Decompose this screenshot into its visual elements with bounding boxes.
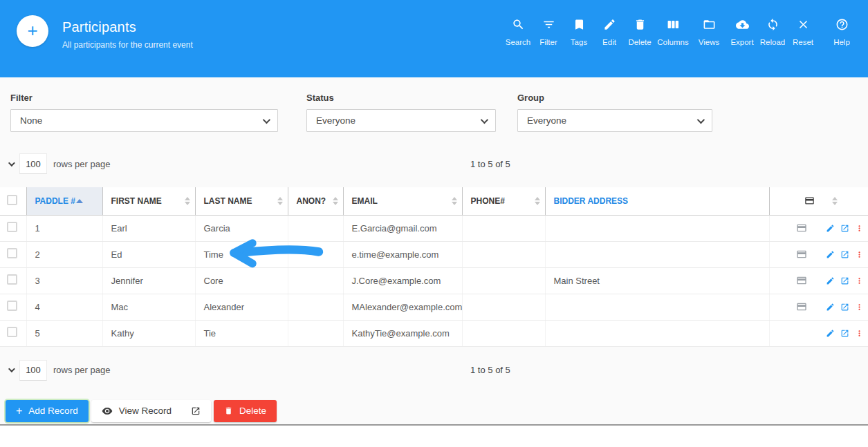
toolbar-delete[interactable]: Delete bbox=[625, 18, 655, 46]
column-label: FIRST NAME bbox=[111, 196, 162, 206]
table-row[interactable]: 1 Earl Garcia E.Garcia@gmail.com bbox=[0, 215, 868, 241]
pencil-icon[interactable] bbox=[826, 303, 835, 312]
row-checkbox[interactable] bbox=[7, 274, 17, 285]
column-header-paddle[interactable]: PADDLE # bbox=[26, 187, 102, 215]
more-vert-icon[interactable] bbox=[855, 224, 864, 233]
column-header-anon[interactable]: ANON? bbox=[288, 187, 343, 215]
toolbar-reload[interactable]: Reload bbox=[757, 18, 788, 46]
cell-email: E.Garcia@gmail.com bbox=[343, 215, 462, 241]
more-vert-icon[interactable] bbox=[855, 276, 864, 285]
pencil-icon[interactable] bbox=[826, 329, 835, 338]
column-header-phone[interactable]: PHONE# bbox=[462, 187, 545, 215]
rows-per-page-label: rows per page bbox=[53, 365, 110, 375]
cell-paddle: 4 bbox=[26, 294, 102, 320]
open-in-new-icon[interactable] bbox=[840, 224, 849, 233]
toolbar-label: Views bbox=[699, 38, 719, 46]
credit-card-icon bbox=[804, 196, 815, 206]
columns-icon bbox=[667, 18, 680, 31]
toolbar-export[interactable]: Export bbox=[727, 18, 757, 46]
toolbar-reset[interactable]: Reset bbox=[788, 18, 818, 46]
add-record-button[interactable]: + Add Record bbox=[6, 400, 89, 422]
group-select[interactable]: Everyone bbox=[517, 109, 712, 132]
open-in-new-icon[interactable] bbox=[840, 329, 849, 338]
cell-phone bbox=[462, 267, 545, 294]
cell-email: e.time@example.com bbox=[343, 241, 462, 267]
select-all-checkbox[interactable] bbox=[7, 195, 17, 205]
open-in-new-icon[interactable] bbox=[840, 250, 849, 259]
column-header-bidder-address[interactable]: BIDDER ADDRESS bbox=[545, 187, 769, 215]
status-select[interactable]: Everyone bbox=[306, 109, 496, 132]
credit-card-icon[interactable] bbox=[796, 301, 807, 312]
credit-card-icon[interactable] bbox=[796, 275, 807, 286]
delete-button[interactable]: Delete bbox=[214, 400, 277, 422]
rows-per-page-select[interactable]: 100 bbox=[19, 360, 47, 381]
cell-actions bbox=[769, 320, 868, 346]
column-label: EMAIL bbox=[352, 196, 378, 206]
cell-email: MAlexander@example.com bbox=[343, 294, 462, 320]
column-header-first-name[interactable]: FIRST NAME bbox=[102, 187, 195, 215]
column-label: LAST NAME bbox=[204, 196, 252, 206]
table-header-row: PADDLE # FIRST NAME LAST NAME ANON? EMAI… bbox=[0, 187, 868, 215]
open-in-new-icon[interactable] bbox=[840, 303, 849, 312]
table-row[interactable]: 4 Mac Alexander MAlexander@example.com bbox=[0, 294, 868, 320]
table-row[interactable]: 3 Jennifer Core J.Core@example.com Main … bbox=[0, 267, 868, 294]
toolbar-tags[interactable]: Tags bbox=[564, 18, 594, 46]
cell-paddle: 3 bbox=[26, 267, 102, 294]
cell-email: J.Core@example.com bbox=[343, 267, 462, 294]
pagination-range: 1 to 5 of 5 bbox=[470, 159, 510, 169]
pencil-icon[interactable] bbox=[826, 276, 835, 285]
column-header-actions[interactable] bbox=[769, 187, 868, 215]
chevron-down-icon[interactable] bbox=[8, 160, 15, 167]
more-vert-icon[interactable] bbox=[855, 329, 864, 338]
cell-checkbox bbox=[0, 267, 26, 294]
more-vert-icon[interactable] bbox=[855, 250, 864, 259]
toolbar-filter[interactable]: Filter bbox=[533, 18, 564, 46]
row-checkbox[interactable] bbox=[7, 327, 17, 337]
folder-icon bbox=[703, 18, 716, 31]
cell-anon bbox=[288, 294, 343, 320]
toolbar-search[interactable]: Search bbox=[503, 18, 533, 46]
row-checkbox[interactable] bbox=[7, 222, 17, 232]
pencil-icon[interactable] bbox=[826, 224, 835, 233]
participants-page: + Participants All participants for the … bbox=[0, 0, 868, 447]
credit-card-icon[interactable] bbox=[796, 222, 807, 234]
toolbar-edit[interactable]: Edit bbox=[594, 18, 625, 46]
open-in-new-icon[interactable] bbox=[840, 276, 849, 285]
eye-icon bbox=[102, 406, 113, 417]
sort-icon bbox=[452, 197, 457, 205]
table-row[interactable]: 5 Kathy Tie KathyTie@example.com bbox=[0, 320, 868, 346]
toolbar-help[interactable]: Help bbox=[827, 18, 857, 46]
cell-phone bbox=[462, 320, 545, 346]
group-label: Group bbox=[517, 93, 712, 103]
table-row[interactable]: 2 Ed Time e.time@example.com bbox=[0, 241, 868, 267]
toolbar-views[interactable]: Views bbox=[691, 18, 727, 46]
more-vert-icon[interactable] bbox=[855, 303, 864, 312]
cell-last-name: Tie bbox=[195, 320, 288, 346]
trash-icon bbox=[224, 406, 233, 415]
plus-icon: + bbox=[16, 405, 22, 417]
column-header-email[interactable]: EMAIL bbox=[343, 187, 462, 215]
delete-label: Delete bbox=[239, 406, 266, 416]
pagination-bar-top: 100 rows per page 1 to 5 of 5 bbox=[0, 151, 868, 177]
view-record-button[interactable]: View Record bbox=[91, 400, 211, 422]
toolbar-columns[interactable]: Columns bbox=[655, 18, 691, 46]
column-label: PHONE# bbox=[471, 196, 505, 206]
add-participant-button[interactable]: + bbox=[17, 15, 48, 47]
rows-per-page-select[interactable]: 100 bbox=[19, 153, 47, 174]
toolbar-label: Export bbox=[730, 38, 753, 46]
row-checkbox[interactable] bbox=[7, 301, 17, 311]
chevron-down-icon[interactable] bbox=[8, 365, 15, 372]
filter-select[interactable]: None bbox=[10, 109, 278, 132]
cell-last-name: Time bbox=[195, 241, 288, 267]
toolbar-label: Delete bbox=[628, 38, 651, 46]
cell-first-name: Mac bbox=[102, 294, 195, 320]
pencil-icon[interactable] bbox=[826, 250, 835, 259]
table-body: 1 Earl Garcia E.Garcia@gmail.com bbox=[0, 215, 868, 346]
column-header-last-name[interactable]: LAST NAME bbox=[195, 187, 288, 215]
credit-card-icon[interactable] bbox=[796, 249, 807, 260]
row-checkbox[interactable] bbox=[7, 248, 17, 258]
cell-paddle: 1 bbox=[26, 215, 102, 241]
cell-anon bbox=[288, 215, 343, 241]
toolbar-label: Filter bbox=[539, 38, 557, 46]
plus-icon: + bbox=[27, 21, 37, 39]
